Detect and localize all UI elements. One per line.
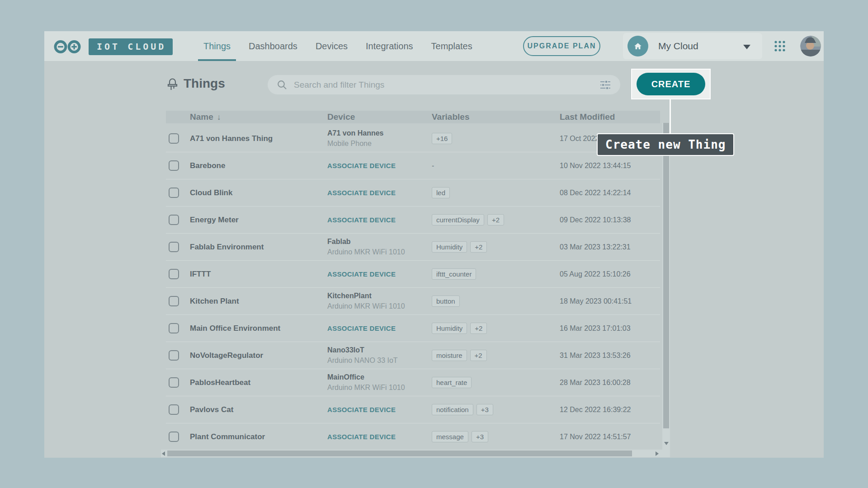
variable-chip: notification (432, 404, 473, 415)
horizontal-scrollbar-thumb[interactable] (167, 450, 632, 456)
last-modified: 03 Mar 2023 13:22:31 (560, 243, 631, 251)
search-icon (277, 80, 288, 90)
user-avatar[interactable] (800, 36, 821, 56)
row-checkbox[interactable] (169, 296, 179, 306)
row-checkbox[interactable] (169, 242, 179, 252)
column-name[interactable]: Name ↓ (190, 112, 327, 122)
row-checkbox[interactable] (169, 377, 179, 388)
search-bar[interactable] (268, 75, 620, 94)
thing-name: PablosHeartbeat (190, 378, 250, 387)
row-checkbox[interactable] (169, 133, 179, 144)
variable-chip: +2 (470, 323, 487, 334)
variable-chip: led (432, 187, 450, 198)
tab-integrations[interactable]: Integrations (366, 31, 413, 61)
cloud-selector[interactable]: My Cloud (623, 33, 762, 59)
table-row[interactable]: Fablab EnvironmentFablabArduino MKR WiFi… (166, 234, 660, 261)
things-table-body: A71 von Hannes ThingA71 von HannesMobile… (166, 125, 660, 450)
thing-name: Energy Meter (190, 216, 239, 224)
table-row[interactable]: Energy MeterASSOCIATE DEVICEcurrentDispl… (166, 206, 660, 234)
column-variables[interactable]: Variables (432, 112, 560, 122)
row-checkbox[interactable] (169, 215, 179, 225)
associate-device-link[interactable]: ASSOCIATE DEVICE (327, 433, 396, 441)
brand-badge: IOT CLOUD (89, 38, 173, 55)
device-type: Arduino MKR WiFi 1010 (327, 248, 432, 257)
scroll-right-icon[interactable] (656, 451, 659, 456)
table-row[interactable]: Cloud BlinkASSOCIATE DEVICEled08 Dec 202… (166, 179, 660, 206)
variable-chip: +3 (472, 431, 488, 442)
device-name: A71 von Hannes (327, 129, 432, 138)
sort-desc-icon: ↓ (217, 113, 221, 122)
home-icon (627, 36, 648, 56)
device-type: Arduino MKR WiFi 1010 (327, 383, 432, 392)
thing-name: Fablab Environment (190, 243, 264, 251)
variable-chip: Humidity (432, 241, 467, 253)
table-row[interactable]: Kitchen PlantKitchenPlantArduino MKR WiF… (166, 288, 660, 315)
row-checkbox[interactable] (169, 432, 179, 442)
create-tooltip: Create new Thing (597, 133, 734, 156)
row-checkbox[interactable] (169, 269, 179, 279)
search-input[interactable] (294, 80, 599, 90)
app-window: IOT CLOUD ThingsDashboardsDevicesIntegra… (44, 31, 824, 458)
thing-name: NoVoltageRegulator (190, 351, 263, 360)
tab-templates[interactable]: Templates (431, 31, 472, 61)
row-checkbox[interactable] (169, 323, 179, 333)
device-type: Mobile Phone (327, 139, 432, 148)
last-modified: 16 Mar 2023 17:01:03 (560, 324, 631, 332)
row-checkbox[interactable] (169, 160, 179, 171)
row-checkbox[interactable] (169, 404, 179, 415)
table-row[interactable]: PablosHeartbeatMainOfficeArduino MKR WiF… (166, 369, 660, 396)
table-row[interactable]: NoVoltageRegulatorNano33IoTArduino NANO … (166, 342, 660, 369)
upgrade-plan-button[interactable]: UPGRADE PLAN (523, 36, 600, 56)
tooltip-connector-line (670, 99, 671, 134)
associate-device-link[interactable]: ASSOCIATE DEVICE (327, 189, 396, 197)
device-name: Fablab (327, 237, 432, 246)
associate-device-link[interactable]: ASSOCIATE DEVICE (327, 216, 396, 224)
associate-device-link[interactable]: ASSOCIATE DEVICE (327, 162, 396, 169)
table-row[interactable]: Pavlovs CatASSOCIATE DEVICEnotification+… (166, 396, 660, 423)
device-name: MainOffice (327, 373, 432, 382)
associate-device-link[interactable]: ASSOCIATE DEVICE (327, 324, 396, 332)
tab-things[interactable]: Things (203, 31, 231, 61)
filter-icon[interactable] (599, 80, 611, 90)
column-last-modified[interactable]: Last Modified (560, 112, 660, 122)
column-device[interactable]: Device (327, 112, 432, 122)
vertical-scrollbar[interactable] (662, 123, 670, 457)
horizontal-scrollbar[interactable] (161, 450, 662, 457)
table-row[interactable]: Main Office EnvironmentASSOCIATE DEVICEH… (166, 315, 660, 342)
row-checkbox[interactable] (169, 188, 179, 198)
last-modified: 28 Mar 2023 16:00:28 (560, 379, 631, 386)
thing-name: Kitchen Plant (190, 297, 239, 305)
variable-chip: currentDisplay (432, 214, 484, 225)
last-modified: 05 Aug 2022 15:10:26 (560, 270, 631, 278)
app-grid-icon[interactable] (774, 40, 786, 54)
variable-chip: +16 (432, 133, 452, 144)
scroll-down-icon[interactable] (664, 442, 669, 445)
tab-dashboards[interactable]: Dashboards (249, 31, 297, 61)
last-modified: 08 Dec 2022 14:22:14 (560, 189, 631, 197)
table-row[interactable]: BareboneASSOCIATE DEVICE-10 Nov 2022 13:… (166, 152, 660, 179)
variable-chip: heart_rate (432, 377, 472, 388)
brand: IOT CLOUD (53, 38, 173, 55)
table-row[interactable]: A71 von Hannes ThingA71 von HannesMobile… (166, 125, 660, 152)
top-navbar: IOT CLOUD ThingsDashboardsDevicesIntegra… (44, 31, 824, 61)
things-table: Name ↓ Device Variables Last Modified A7… (166, 111, 660, 450)
page-title: Things (184, 76, 225, 91)
create-button[interactable]: CREATE (637, 73, 705, 95)
thing-name: Cloud Blink (190, 188, 232, 197)
variable-chip: +2 (470, 350, 487, 361)
last-modified: 17 Nov 2022 14:51:57 (560, 433, 631, 441)
associate-device-link[interactable]: ASSOCIATE DEVICE (327, 406, 396, 413)
scroll-left-icon[interactable] (162, 451, 165, 456)
table-row[interactable]: Plant CommunicatorASSOCIATE DEVICEmessag… (166, 423, 660, 450)
create-highlight-box: CREATE (631, 69, 711, 99)
device-name: KitchenPlant (327, 291, 432, 300)
associate-device-link[interactable]: ASSOCIATE DEVICE (327, 270, 396, 278)
row-checkbox[interactable] (169, 350, 179, 361)
vertical-scrollbar-thumb[interactable] (663, 123, 669, 428)
last-modified: 31 Mar 2023 13:53:26 (560, 352, 631, 359)
last-modified: 17 Oct 2022 (560, 135, 599, 142)
table-row[interactable]: IFTTTASSOCIATE DEVICEifttt_counter05 Aug… (166, 261, 660, 288)
last-modified: 12 Dec 2022 16:39:22 (560, 406, 631, 413)
tab-devices[interactable]: Devices (316, 31, 348, 61)
thing-name: IFTTT (190, 270, 211, 278)
